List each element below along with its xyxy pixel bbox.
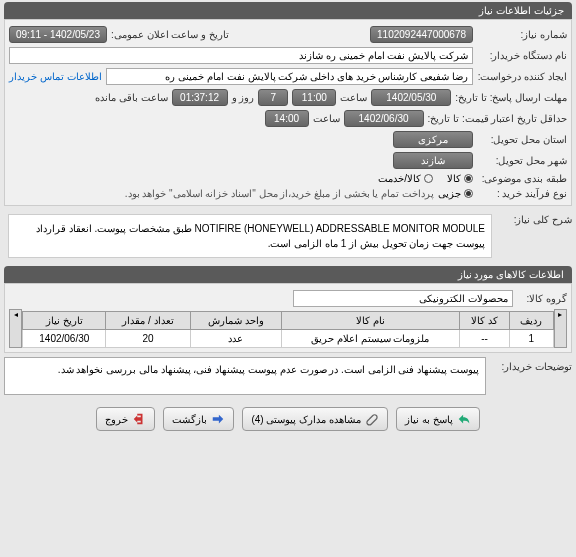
price-time-label: ساعت	[313, 113, 340, 124]
cell-name: ملزومات سیستم اعلام حریق	[281, 330, 459, 348]
col-code: کد کالا	[460, 312, 510, 330]
exit-button-label: خروج	[105, 414, 128, 425]
col-unit: واحد شمارش	[190, 312, 281, 330]
budget-kala-label: کالا	[447, 173, 461, 184]
col-date: تاریخ نیاز	[23, 312, 106, 330]
reply-deadline-label: مهلت ارسال پاسخ: تا تاریخ:	[455, 92, 567, 103]
need-no-value: 1102092447000678	[370, 26, 473, 43]
info-panel: شماره نیاز: 1102092447000678 تاریخ و ساع…	[4, 19, 572, 206]
countdown: 01:37:12	[172, 89, 228, 106]
requester-label: ایجاد کننده درخواست:	[477, 71, 567, 82]
back-button-label: بازگشت	[172, 414, 207, 425]
scroll-left-button[interactable]: ◂	[9, 309, 22, 348]
back-button[interactable]: بازگشت	[163, 407, 234, 431]
requester-value: رضا شفیعی کارشناس خرید های داخلی شرکت پا…	[106, 68, 473, 85]
main-header: جزئیات اطلاعات نیاز	[4, 2, 572, 19]
budget-service-label: کالا/خدمت	[378, 173, 421, 184]
purchase-note: پرداخت تمام یا بخشی از مبلغ خرید،از محل …	[125, 188, 434, 199]
group-value: محصولات الکترونیکی	[293, 290, 513, 307]
days-value: 7	[258, 89, 288, 106]
cell-unit: عدد	[190, 330, 281, 348]
delivery-prov: مرکزی	[393, 131, 473, 148]
reply-time: 11:00	[292, 89, 336, 106]
budget-radio-group: کالا کالا/خدمت	[378, 173, 473, 184]
buyer-label: نام دستگاه خریدار:	[477, 50, 567, 61]
buyer-notes-text: پیوست پیشنهاد فنی الزامی است. در صورت عد…	[4, 357, 486, 395]
items-header: اطلاعات کالاهای مورد نیاز	[4, 266, 572, 283]
days-label: روز و	[232, 92, 255, 103]
paperclip-icon	[365, 412, 379, 426]
group-label: گروه کالا:	[517, 293, 567, 304]
purchase-radio-group: جزیی	[438, 188, 473, 199]
items-panel: گروه کالا: محصولات الکترونیکی ▸ ردیف کد …	[4, 283, 572, 353]
radio-service[interactable]	[424, 174, 433, 183]
reply-button-label: پاسخ به نیاز	[405, 414, 453, 425]
delivery-prov-label: استان محل تحویل:	[477, 134, 567, 145]
reply-date: 1402/05/30	[371, 89, 451, 106]
announce-label: تاریخ و ساعت اعلان عمومی:	[111, 29, 229, 40]
delivery-city-label: شهر محل تحویل:	[477, 155, 567, 166]
price-valid-label: حداقل تاریخ اعتبار قیمت: تا تاریخ:	[428, 113, 567, 124]
exit-button[interactable]: خروج	[96, 407, 155, 431]
scroll-right-button[interactable]: ▸	[554, 309, 567, 348]
cell-r: 1	[510, 330, 553, 348]
buyer-value: شرکت پالایش نفت امام خمینی ره شازند	[9, 47, 473, 64]
budget-label: طبقه بندی موضوعی:	[477, 173, 567, 184]
reply-icon	[457, 412, 471, 426]
desc-text: NOTIFIRE (HONEYWELL) ADDRESSABLE MONITOR…	[8, 214, 492, 258]
desc-label: شرح کلی نیاز:	[502, 210, 572, 225]
table-row[interactable]: 1 -- ملزومات سیستم اعلام حریق عدد 20 140…	[23, 330, 553, 348]
footer-buttons: پاسخ به نیاز مشاهده مدارک پیوستی (4) باز…	[0, 399, 576, 439]
remain-label: ساعت باقی مانده	[95, 92, 168, 103]
col-qty: تعداد / مقدار	[106, 312, 191, 330]
col-name: نام کالا	[281, 312, 459, 330]
purchase-type-label: نوع فرآیند خرید :	[477, 188, 567, 199]
items-table: ردیف کد کالا نام کالا واحد شمارش تعداد /…	[22, 311, 553, 348]
delivery-city: شازند	[393, 152, 473, 169]
attachments-button[interactable]: مشاهده مدارک پیوستی (4)	[242, 407, 388, 431]
radio-partial[interactable]	[464, 189, 473, 198]
radio-kala[interactable]	[464, 174, 473, 183]
price-time: 14:00	[265, 110, 309, 127]
cell-code: --	[460, 330, 510, 348]
col-row: ردیف	[510, 312, 553, 330]
cell-date: 1402/06/30	[23, 330, 106, 348]
back-icon	[211, 412, 225, 426]
exit-icon	[132, 412, 146, 426]
reply-time-label: ساعت	[340, 92, 367, 103]
need-no-label: شماره نیاز:	[477, 29, 567, 40]
reply-button[interactable]: پاسخ به نیاز	[396, 407, 480, 431]
purchase-partial-label: جزیی	[438, 188, 461, 199]
buyer-notes-label: توضیحات خریدار:	[492, 357, 572, 372]
price-date: 1402/06/30	[344, 110, 424, 127]
announce-value: 1402/05/23 - 09:11	[9, 26, 107, 43]
cell-qty: 20	[106, 330, 191, 348]
contact-link[interactable]: اطلاعات تماس خریدار	[9, 71, 102, 82]
attachments-button-label: مشاهده مدارک پیوستی (4)	[251, 414, 361, 425]
